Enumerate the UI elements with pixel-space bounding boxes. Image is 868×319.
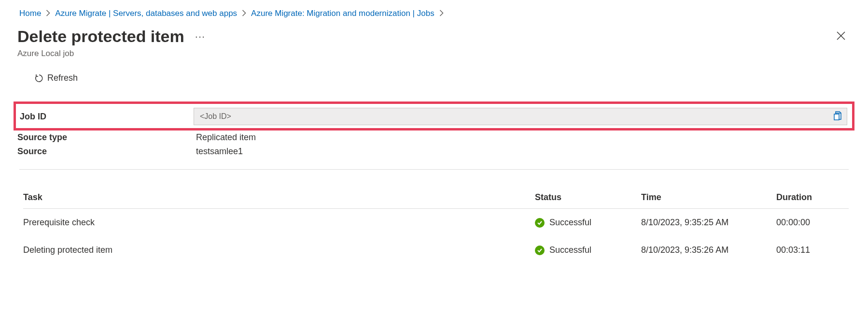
source-row: Source testsamlee1 [0,145,868,159]
col-time: Time [641,192,776,203]
page-title: Delete protected item [17,27,184,46]
task-name: Deleting protected item [23,245,535,255]
table-header: Task Status Time Duration [23,187,849,209]
status-text: Successful [549,218,591,228]
job-id-field[interactable]: <Job ID> [194,108,847,125]
breadcrumb: Home Azure Migrate | Servers, databases … [0,0,868,23]
task-time: 8/10/2023, 9:35:25 AM [641,218,776,228]
chevron-right-icon [242,10,246,18]
refresh-button[interactable]: Refresh [35,73,78,83]
copy-button[interactable] [833,111,842,122]
job-id-label: Job ID [20,112,194,122]
toolbar: Refresh [0,58,868,92]
task-time: 8/10/2023, 9:35:26 AM [641,245,776,255]
status-cell: Successful [535,245,641,255]
breadcrumb-jobs[interactable]: Azure Migrate: Migration and modernizati… [251,9,434,18]
close-button[interactable] [836,31,846,43]
task-duration: 00:03:11 [776,245,849,255]
col-status: Status [535,192,641,203]
task-name: Prerequisite check [23,218,535,228]
col-task: Task [23,192,535,203]
table-row: Deleting protected item Successful 8/10/… [23,236,849,264]
success-icon [535,218,545,228]
more-icon[interactable]: ··· [195,30,205,43]
source-type-value: Replicated item [196,132,256,143]
source-type-label: Source type [17,132,196,143]
source-value: testsamlee1 [196,146,243,157]
tasks-table: Task Status Time Duration Prerequisite c… [23,187,849,264]
task-duration: 00:00:00 [776,218,849,228]
close-icon [836,31,846,41]
source-type-row: Source type Replicated item [0,130,868,145]
status-cell: Successful [535,218,641,228]
job-id-value: <Job ID> [200,112,231,121]
copy-icon [833,111,842,120]
success-icon [535,246,545,255]
page-subtitle: Azure Local job [17,49,205,58]
col-duration: Duration [776,192,849,203]
status-text: Successful [549,245,591,255]
refresh-label: Refresh [47,73,78,83]
divider [19,169,849,170]
svg-rect-1 [834,114,839,120]
breadcrumb-home[interactable]: Home [19,9,41,18]
breadcrumb-servers[interactable]: Azure Migrate | Servers, databases and w… [55,9,237,18]
chevron-right-icon [439,10,444,18]
refresh-icon [35,74,43,83]
chevron-right-icon [46,10,50,18]
source-label: Source [17,146,196,157]
table-row: Prerequisite check Successful 8/10/2023,… [23,209,849,236]
job-id-highlight: Job ID <Job ID> [14,102,854,130]
page-header: Delete protected item ··· Azure Local jo… [0,23,868,58]
